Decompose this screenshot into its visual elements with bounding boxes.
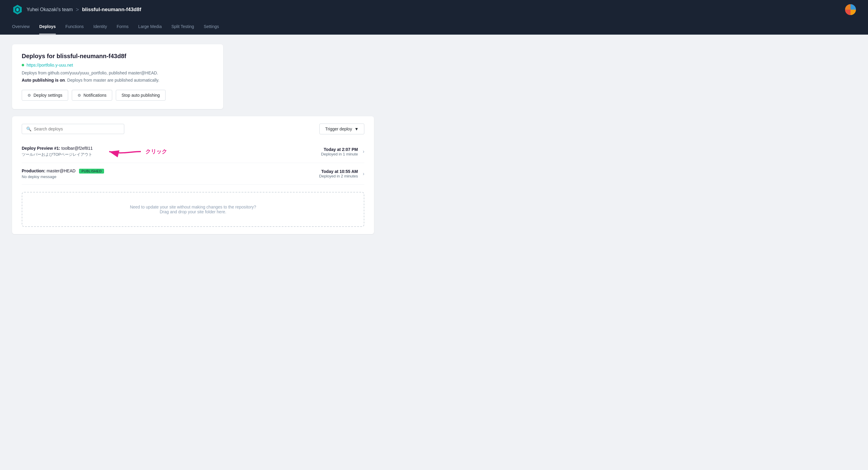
- drop-zone-line1: Need to update your site without making …: [34, 205, 352, 209]
- deploy-row-duration-1: Deployed in 1 minute: [321, 152, 358, 156]
- chevron-right-icon-1: ›: [363, 149, 364, 154]
- gear-icon-2: ⚙: [78, 93, 81, 98]
- netlify-logo: [12, 4, 23, 15]
- deploy-row-duration-2: Deployed in 2 minutes: [319, 174, 358, 178]
- breadcrumb-separator: >: [76, 7, 79, 13]
- card-title: Deploys for blissful-neumann-f43d8f: [22, 53, 214, 60]
- breadcrumb: Yuhei Okazaki's team > blissful-neumann-…: [27, 7, 141, 13]
- nav-item-overview[interactable]: Overview: [12, 19, 30, 34]
- nav-item-large-media[interactable]: Large Media: [138, 19, 162, 34]
- trigger-deploy-label: Trigger deploy: [325, 127, 352, 131]
- auto-publishing-text: . Deploys from master are published auto…: [65, 78, 159, 82]
- search-icon: 🔍: [26, 127, 31, 131]
- notifications-label: Notifications: [84, 93, 106, 98]
- deploy-row-time-container-1: Today at 2:07 PM Deployed in 1 minute: [321, 147, 358, 156]
- deploy-row-time-1: Today at 2:07 PM: [321, 147, 358, 152]
- site-name: blissful-neumann-f43d8f: [82, 7, 141, 13]
- deploy-row-title-2: Production: master@HEAD PUBLISHED: [22, 168, 104, 173]
- table-row[interactable]: Deploy Preview #1: toolbar@f2ef811 ツールバー…: [22, 140, 364, 163]
- team-name[interactable]: Yuhei Okazaki's team: [27, 7, 73, 12]
- info-card: Deploys for blissful-neumann-f43d8f http…: [12, 44, 223, 109]
- stop-auto-publishing-label: Stop auto publishing: [122, 93, 160, 98]
- deploy-source: Deploys from github.com/yuuu/yuuu_portfo…: [22, 70, 214, 75]
- svg-rect-5: [850, 4, 856, 10]
- auto-publishing-status: Auto publishing is on. Deploys from mast…: [22, 78, 214, 82]
- deploy-row-commit-1: toolbar@f2ef811: [62, 146, 93, 150]
- deploy-row-commit-2: master@HEAD: [46, 168, 75, 173]
- search-box[interactable]: 🔍: [22, 124, 124, 134]
- nav: Overview Deploys Functions Identity Form…: [0, 19, 868, 35]
- deploy-row-left-1: Deploy Preview #1: toolbar@f2ef811 ツールバー…: [22, 146, 93, 157]
- deploy-row-time-2: Today at 10:55 AM: [319, 169, 358, 174]
- deploy-row-right-2: Today at 10:55 AM Deployed in 2 minutes …: [319, 169, 364, 178]
- deploy-rows-container: Deploy Preview #1: toolbar@f2ef811 ツールバー…: [22, 140, 364, 185]
- nav-item-identity[interactable]: Identity: [93, 19, 107, 34]
- header: Yuhei Okazaki's team > blissful-neumann-…: [0, 0, 868, 19]
- annotation-overlay: クリック: [106, 144, 167, 159]
- arrow-svg: [106, 144, 142, 159]
- nav-item-forms[interactable]: Forms: [117, 19, 129, 34]
- dropdown-chevron-icon: ▼: [354, 127, 359, 131]
- deploy-settings-button[interactable]: ⚙ Deploy settings: [22, 90, 68, 101]
- status-dot: [22, 64, 24, 66]
- stop-auto-publishing-button[interactable]: Stop auto publishing: [116, 90, 165, 101]
- nav-item-split-testing[interactable]: Split Testing: [171, 19, 194, 34]
- svg-rect-4: [845, 4, 850, 10]
- main-content: Deploys for blissful-neumann-f43d8f http…: [0, 35, 362, 244]
- header-left: Yuhei Okazaki's team > blissful-neumann-…: [12, 4, 141, 15]
- notifications-button[interactable]: ⚙ Notifications: [72, 90, 112, 101]
- deploy-row-title-1: Deploy Preview #1: toolbar@f2ef811: [22, 146, 93, 150]
- action-buttons: ⚙ Deploy settings ⚙ Notifications Stop a…: [22, 90, 214, 101]
- site-url-row: https://portfolio.y-uuu.net: [22, 63, 214, 67]
- nav-item-settings[interactable]: Settings: [204, 19, 219, 34]
- svg-rect-6: [845, 10, 850, 15]
- table-row[interactable]: Production: master@HEAD PUBLISHED No dep…: [22, 163, 364, 185]
- annotation-text: クリック: [145, 148, 167, 155]
- published-badge: PUBLISHED: [79, 169, 104, 173]
- deploys-card: 🔍 Trigger deploy ▼ Deploy Preview #1: to…: [12, 116, 374, 234]
- site-url-link[interactable]: https://portfolio.y-uuu.net: [27, 63, 73, 67]
- chevron-right-icon-2: ›: [363, 171, 364, 176]
- trigger-deploy-button[interactable]: Trigger deploy ▼: [319, 124, 364, 134]
- drop-zone-line2: Drag and drop your site folder here.: [34, 209, 352, 214]
- nav-item-functions[interactable]: Functions: [65, 19, 84, 34]
- svg-rect-7: [850, 10, 856, 15]
- deploy-row-right-1: Today at 2:07 PM Deployed in 1 minute ›: [321, 147, 364, 156]
- deploy-row-subtitle-1: ツールバーおよびTOPページレイアウト: [22, 152, 93, 157]
- avatar[interactable]: [845, 4, 856, 15]
- auto-publishing-label: Auto publishing is on: [22, 78, 65, 82]
- deploy-row-subtitle-2: No deploy message: [22, 174, 104, 179]
- search-input[interactable]: [34, 127, 120, 131]
- nav-item-deploys[interactable]: Deploys: [39, 19, 56, 34]
- deploy-settings-label: Deploy settings: [33, 93, 62, 98]
- deploys-header: 🔍 Trigger deploy ▼: [22, 124, 364, 134]
- deploy-row-time-container-2: Today at 10:55 AM Deployed in 2 minutes: [319, 169, 358, 178]
- gear-icon-1: ⚙: [27, 93, 31, 98]
- drop-zone[interactable]: Need to update your site without making …: [22, 192, 364, 227]
- deploy-row-left-2: Production: master@HEAD PUBLISHED No dep…: [22, 168, 104, 179]
